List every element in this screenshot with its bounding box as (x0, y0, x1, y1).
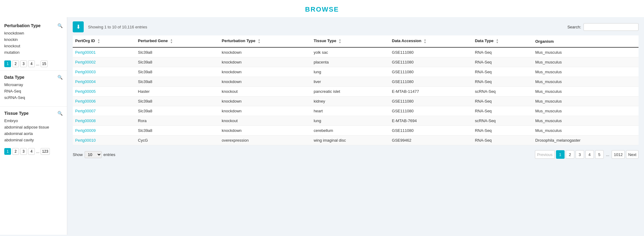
perturbation-type-pagination: 1 2 3 4 ... 15 (0, 59, 67, 68)
tissue-type-item-abdominal-adipose[interactable]: abdominal adipose tissue (4, 124, 63, 130)
cell-data-type: RNA-Seq (472, 67, 533, 77)
col-header-perturbed-gene[interactable]: Perturbed Gene ▲▼ (136, 35, 219, 47)
cell-perturbed-gene: Rora (136, 116, 219, 126)
show-entries: Show 10 25 50 100 entries (73, 151, 115, 158)
cell-perturbation-type: knockdown (219, 57, 311, 67)
cell-data-accession: GSE111080 (390, 96, 473, 106)
cell-organism: Mus_musculus (533, 126, 639, 136)
table-row: Pertg00004Slc39a8knockdownliverGSE111080… (73, 77, 639, 87)
perturbation-page-ellipsis: ... (36, 62, 39, 66)
cell-perturbed-gene: Slc39a8 (136, 67, 219, 77)
entries-select[interactable]: 10 25 50 100 (85, 151, 102, 158)
cell-perturbed-gene: Slc39a8 (136, 126, 219, 136)
sidebar-section-data-type: Data Type 🔍 Microarray RNA-Seq scRNA-Seq (0, 73, 67, 104)
sidebar-section-perturbation-type: Perturbation Type 🔍 knockdown knockin kn… (0, 21, 67, 59)
cell-tissue-type: liver (311, 77, 390, 87)
sidebar: Perturbation Type 🔍 knockdown knockin kn… (0, 17, 67, 235)
cell-data-type: RNA-Seq (472, 57, 533, 67)
download-icon: ⬇ (76, 24, 81, 30)
tissue-page-2[interactable]: 2 (12, 148, 19, 155)
cell-data-accession: GSE111080 (390, 67, 473, 77)
tissue-page-ellipsis: ... (36, 149, 39, 154)
prev-button[interactable]: Previous (535, 150, 555, 159)
data-type-title: Data Type (4, 75, 24, 80)
page-btn-3[interactable]: 3 (576, 150, 584, 159)
search-input[interactable] (584, 23, 639, 31)
page-btn-2[interactable]: 2 (566, 150, 574, 159)
perturbation-page-4[interactable]: 4 (28, 60, 35, 67)
cell-data-type: RNA-Seq (472, 47, 533, 57)
cell-data-type: scRNA-Seq (472, 116, 533, 126)
perturbation-page-15[interactable]: 15 (41, 60, 48, 67)
cell-pertorg-id[interactable]: Pertg00005 (73, 87, 136, 96)
tissue-page-4[interactable]: 4 (28, 148, 35, 155)
tissue-type-item-embryo[interactable]: Embryo (4, 118, 63, 124)
data-type-search-icon[interactable]: 🔍 (57, 75, 63, 80)
table-row: Pertg00003Slc39a8knockdownlungGSE111080R… (73, 67, 639, 77)
data-type-item-rnaseq[interactable]: RNA-Seq (4, 88, 63, 94)
col-header-data-accession[interactable]: Data Accession ▲▼ (390, 35, 473, 47)
table-row: Pertg00002Slc39a8knockdownplacentaGSE111… (73, 57, 639, 67)
perturbation-type-item-knockout[interactable]: knockout (4, 43, 63, 49)
table-row: Pertg00001Slc39a8knockdownyolk sacGSE111… (73, 47, 639, 57)
cell-data-type: RNA-Seq (472, 96, 533, 106)
data-type-item-scrnaseq[interactable]: scRNA-Seq (4, 94, 63, 101)
perturbation-page-3[interactable]: 3 (20, 60, 27, 67)
cell-pertorg-id[interactable]: Pertg00009 (73, 126, 136, 136)
cell-tissue-type: cerebellum (311, 126, 390, 136)
cell-pertorg-id[interactable]: Pertg00010 (73, 136, 136, 145)
cell-pertorg-id[interactable]: Pertg00006 (73, 96, 136, 106)
col-header-tissue-type[interactable]: Tissue Type ▲▼ (311, 35, 390, 47)
page-btn-1[interactable]: 1 (556, 150, 565, 159)
next-button[interactable]: Next (626, 150, 639, 159)
cell-data-type: RNA-Seq (472, 106, 533, 116)
page-ellipsis: ... (605, 152, 611, 157)
cell-organism: Drosophila_melanogaster (533, 136, 639, 145)
page-btn-1012[interactable]: 1012 (612, 150, 625, 159)
cell-pertorg-id[interactable]: Pertg00003 (73, 67, 136, 77)
tissue-page-1[interactable]: 1 (4, 148, 11, 155)
perturbation-type-search-icon[interactable]: 🔍 (57, 23, 63, 28)
perturbation-type-item-knockdown[interactable]: knockdown (4, 30, 63, 36)
page-btn-5[interactable]: 5 (595, 150, 604, 159)
tissue-type-title: Tissue Type (4, 111, 29, 116)
cell-perturbation-type: overexpression (219, 136, 311, 145)
cell-data-accession: GSE111080 (390, 106, 473, 116)
table-row: Pertg00005Hasterknockoutpancreatic islet… (73, 87, 639, 96)
col-header-perturbation-type[interactable]: Perturbation Type ▲▼ (219, 35, 311, 47)
entry-count: Showing 1 to 10 of 10,116 entries (88, 25, 147, 29)
tissue-type-item-abdominal-aorta[interactable]: abdominal aorta (4, 130, 63, 137)
data-type-item-microarray[interactable]: Microarray (4, 82, 63, 88)
col-header-organism[interactable]: Organism (533, 35, 639, 47)
cell-pertorg-id[interactable]: Pertg00004 (73, 77, 136, 87)
table-row: Pertg00010CycGoverexpressionwing imagina… (73, 136, 639, 145)
cell-pertorg-id[interactable]: Pertg00001 (73, 47, 136, 57)
bottom-controls: Show 10 25 50 100 entries Previous 1 2 3… (73, 148, 639, 161)
perturbation-type-item-mutation[interactable]: mutation (4, 49, 63, 56)
sidebar-section-tissue-type: Tissue Type 🔍 Embryo abdominal adipose t… (0, 109, 67, 146)
perturbation-page-1[interactable]: 1 (4, 60, 11, 67)
cell-pertorg-id[interactable]: Pertg00008 (73, 116, 136, 126)
download-button[interactable]: ⬇ (73, 21, 84, 32)
page-btn-4[interactable]: 4 (585, 150, 594, 159)
cell-organism: Mus_musculus (533, 87, 639, 96)
perturbation-type-item-knockin[interactable]: knockin (4, 36, 63, 43)
cell-organism: Mus_musculus (533, 47, 639, 57)
table-row: Pertg00006Slc39a8knockdownkidneyGSE11108… (73, 96, 639, 106)
cell-data-type: scRNA-Seq (472, 87, 533, 96)
table-row: Pertg00008RoraknockoutlungE-MTAB-7694scR… (73, 116, 639, 126)
cell-pertorg-id[interactable]: Pertg00007 (73, 106, 136, 116)
cell-data-type: RNA-Seq (472, 77, 533, 87)
tissue-page-3[interactable]: 3 (20, 148, 27, 155)
cell-perturbed-gene: Slc39a8 (136, 47, 219, 57)
tissue-type-item-abdominal-cavity[interactable]: abdominal cavity (4, 137, 63, 143)
cell-tissue-type: yolk sac (311, 47, 390, 57)
col-header-pertorg-id[interactable]: PertOrg ID ▲▼ (73, 35, 136, 47)
tissue-page-123[interactable]: 123 (41, 148, 50, 155)
tissue-type-search-icon[interactable]: 🔍 (57, 111, 63, 116)
col-header-data-type[interactable]: Data Type ▲▼ (472, 35, 533, 47)
sort-arrow-data-accession: ▲▼ (424, 38, 426, 44)
perturbation-page-2[interactable]: 2 (12, 60, 19, 67)
cell-pertorg-id[interactable]: Pertg00002 (73, 57, 136, 67)
cell-tissue-type: lung (311, 116, 390, 126)
